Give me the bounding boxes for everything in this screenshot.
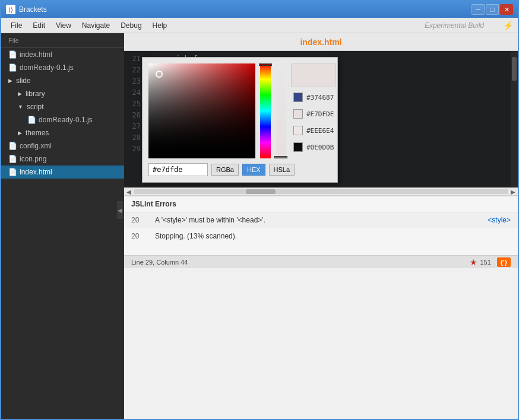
file-icon: 📄 bbox=[8, 168, 17, 176]
jslint-message: Stopping. (13% scanned). bbox=[155, 232, 511, 240]
menu-bar: File Edit View Navigate Debug Help Exper… bbox=[1, 18, 518, 33]
brackets-window: ⟨⟩ Brackets ─ □ ✕ File Edit View Navigat… bbox=[0, 0, 519, 420]
menu-debug[interactable]: Debug bbox=[116, 20, 146, 31]
close-button[interactable]: ✕ bbox=[500, 4, 513, 15]
color-swatch-2[interactable]: #EEE6E4 bbox=[291, 124, 336, 137]
hex-input[interactable] bbox=[148, 163, 208, 176]
menu-navigate[interactable]: Navigate bbox=[77, 20, 115, 31]
file-icon: 📄 bbox=[27, 116, 36, 124]
scrollbar-thumb[interactable] bbox=[512, 57, 517, 81]
menu-view[interactable]: View bbox=[51, 20, 76, 31]
sidebar: File 📄 index.html 📄 domReady-0.1.js ▶ sl… bbox=[1, 33, 124, 419]
title-bar-left: ⟨⟩ Brackets bbox=[6, 5, 47, 14]
brackets-logo: {'} bbox=[497, 257, 511, 267]
window-title: Brackets bbox=[19, 5, 47, 14]
swatch-label: #0E0D0B bbox=[306, 144, 334, 151]
swatch-label: #EEE6E4 bbox=[306, 127, 334, 135]
jslint-row-1[interactable]: 20 Stopping. (13% scanned). bbox=[124, 228, 518, 244]
sidebar-item-domready-root[interactable]: 📄 domReady-0.1.js bbox=[1, 61, 124, 74]
cursor-position: Line 29, Column 44 bbox=[131, 259, 188, 266]
opacity-slider[interactable] bbox=[276, 63, 286, 158]
minimize-button[interactable]: ─ bbox=[471, 4, 485, 15]
jslint-panel: JSLint Errors 20 A '<style>' must be wit… bbox=[124, 196, 518, 255]
menu-file[interactable]: File bbox=[6, 20, 27, 31]
sidebar-header: File bbox=[1, 33, 124, 48]
menu-help[interactable]: Help bbox=[148, 20, 172, 31]
arrow-right-icon: ▶ bbox=[8, 78, 12, 84]
status-bar: Line 29, Column 44 ★ 151 {'} bbox=[124, 255, 518, 268]
hex-button[interactable]: HEX bbox=[242, 164, 265, 176]
swatch-label: #E7DFDE bbox=[306, 110, 334, 118]
lightning-icon[interactable]: ⚡ bbox=[503, 21, 513, 30]
jslint-message: A '<style>' must be within '<head>'. bbox=[155, 216, 483, 224]
editor-header: index.html bbox=[124, 33, 518, 51]
swatch-color-box bbox=[293, 93, 303, 102]
file-icon: 📄 bbox=[8, 63, 17, 72]
sidebar-item-index-html-active[interactable]: 📄 index.html bbox=[1, 166, 124, 179]
sidebar-item-slide-folder[interactable]: ▶ slide bbox=[1, 74, 124, 87]
opacity-slider-thumb[interactable] bbox=[274, 156, 287, 158]
sidebar-item-config-xml[interactable]: 📄 config.xml bbox=[1, 139, 124, 152]
sidebar-item-library-folder[interactable]: ▶ library bbox=[1, 87, 124, 100]
app-icon: ⟨⟩ bbox=[6, 5, 15, 14]
color-gradient[interactable] bbox=[148, 63, 255, 158]
color-swatch-1[interactable]: #E7DFDE bbox=[291, 107, 336, 120]
jslint-line-num: 20 bbox=[131, 216, 155, 224]
sidebar-item-themes-folder[interactable]: ▶ themes bbox=[1, 126, 124, 139]
sidebar-item-domready-nested[interactable]: 📄 domReady-0.1.js bbox=[1, 113, 124, 126]
sidebar-item-icon-png[interactable]: 📄 icon.png bbox=[1, 152, 124, 166]
horizontal-scrollbar[interactable]: ◀ ▶ bbox=[124, 187, 518, 196]
experimental-build-label: Experimental Build bbox=[425, 21, 484, 30]
editor-filename: index.html bbox=[300, 37, 341, 47]
maximize-button[interactable]: □ bbox=[486, 4, 499, 15]
scroll-left-arrow[interactable]: ◀ bbox=[126, 189, 131, 195]
sidebar-collapse-button[interactable]: ◀ bbox=[117, 201, 123, 219]
scroll-right-arrow[interactable]: ▶ bbox=[511, 189, 515, 195]
arrow-right-icon: ▶ bbox=[18, 91, 22, 97]
color-preview-swatches: #374687 #E7DFDE #EEE6E4 bbox=[291, 63, 336, 158]
color-picker[interactable]: #374687 #E7DFDE #EEE6E4 bbox=[142, 57, 338, 183]
menu-edit[interactable]: Edit bbox=[28, 20, 50, 31]
color-picker-top: #374687 #E7DFDE #EEE6E4 bbox=[148, 63, 331, 158]
rgba-button[interactable]: RGBa bbox=[211, 164, 239, 176]
file-icon: 📄 bbox=[8, 155, 17, 163]
swatch-label: #374687 bbox=[306, 94, 334, 101]
main-area: File 📄 index.html 📄 domReady-0.1.js ▶ sl… bbox=[1, 33, 518, 419]
jslint-header: JSLint Errors bbox=[124, 196, 518, 212]
window-controls: ─ □ ✕ bbox=[471, 4, 513, 15]
file-icon: 📄 bbox=[8, 142, 17, 150]
color-swatch-0[interactable]: #374687 bbox=[291, 91, 336, 104]
sidebar-item-script-folder[interactable]: ▼ script bbox=[1, 100, 124, 113]
swatch-color-box bbox=[293, 109, 303, 119]
file-icon: 📄 bbox=[8, 50, 17, 59]
hue-slider-thumb[interactable] bbox=[259, 63, 272, 66]
error-count: 151 bbox=[480, 259, 490, 266]
color-picker-dot[interactable] bbox=[156, 71, 163, 78]
scroll-track[interactable] bbox=[134, 189, 508, 194]
color-picker-bottom: RGBa HEX HSLa bbox=[148, 163, 331, 176]
arrow-right-icon: ▶ bbox=[18, 130, 22, 136]
vertical-scrollbar[interactable] bbox=[511, 51, 518, 187]
sidebar-item-index-html-root[interactable]: 📄 index.html bbox=[1, 48, 124, 61]
jslint-line-num: 20 bbox=[131, 232, 155, 240]
color-swatch-3[interactable]: #0E0D0B bbox=[291, 141, 336, 154]
scroll-thumb[interactable] bbox=[246, 189, 276, 194]
color-preview bbox=[291, 63, 336, 87]
title-bar: ⟨⟩ Brackets ─ □ ✕ bbox=[1, 1, 518, 18]
error-icon: ★ bbox=[470, 257, 477, 267]
hue-slider[interactable] bbox=[260, 63, 271, 158]
arrow-down-icon: ▼ bbox=[18, 104, 23, 110]
swatch-color-box bbox=[293, 142, 303, 152]
status-error: ★ 151 {'} bbox=[470, 257, 511, 267]
hsla-button[interactable]: HSLa bbox=[269, 164, 295, 176]
jslint-tag: <style> bbox=[488, 216, 511, 224]
editor-container: index.html 21 22 23 24 25 26 27 28 29 .u… bbox=[124, 33, 518, 419]
swatch-color-box bbox=[293, 126, 303, 135]
code-area[interactable]: 21 22 23 24 25 26 27 28 29 .ui-h { heigh… bbox=[124, 51, 518, 187]
jslint-row-0[interactable]: 20 A '<style>' must be within '<head>'. … bbox=[124, 212, 518, 228]
